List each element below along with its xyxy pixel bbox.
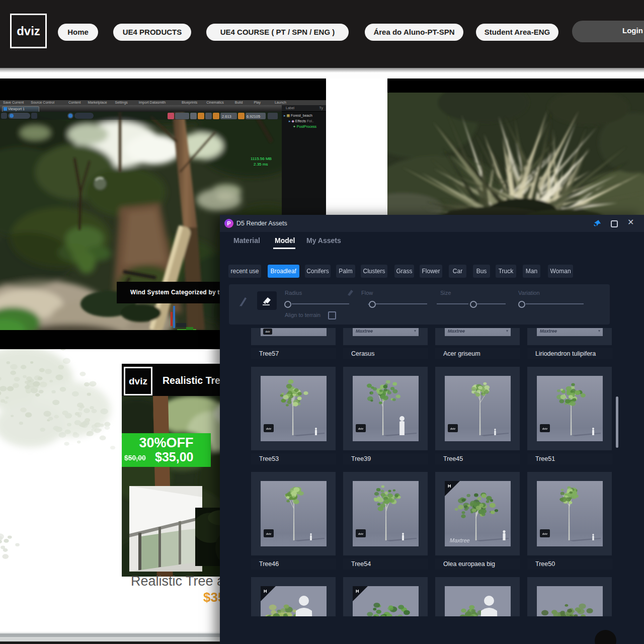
svg-text:dviz: dviz: [358, 427, 364, 430]
svg-text:H: H: [448, 484, 451, 489]
svg-text:H: H: [264, 589, 267, 594]
svg-text:1115.56 MB: 1115.56 MB: [251, 156, 272, 161]
svg-text:P: P: [227, 220, 230, 226]
svg-text:dviz: dviz: [542, 532, 548, 535]
svg-text:dviz: dviz: [450, 427, 456, 430]
svg-text:dviz: dviz: [542, 427, 548, 430]
svg-text:dviz: dviz: [266, 427, 272, 430]
svg-text:6.92105: 6.92105: [247, 114, 260, 119]
svg-text:H: H: [356, 589, 359, 594]
svg-text:2.613: 2.613: [222, 114, 231, 119]
svg-text:dviz: dviz: [266, 532, 272, 535]
svg-text:Maxtree: Maxtree: [450, 537, 470, 543]
svg-text:dviz: dviz: [358, 532, 364, 535]
svg-text:2.35 ms: 2.35 ms: [254, 162, 268, 167]
